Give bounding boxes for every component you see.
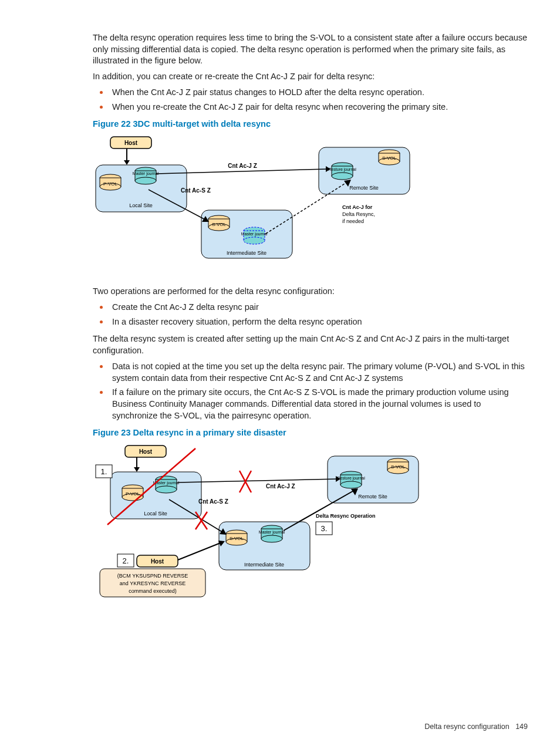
list-3: Data is not copied at the time you set u… [93, 360, 528, 421]
d22-acjz: Cnt Ac-J Z [228, 163, 257, 169]
d22-host: Host [124, 140, 138, 146]
d22-master2: Master journal [241, 232, 268, 237]
list-1-item-b: When you re-create the Cnt Ac-J Z pair f… [109, 101, 528, 113]
d22-remote: Remote Site [349, 185, 379, 191]
d22-local: Local Site [129, 202, 153, 208]
list-1: When the Cnt Ac-J Z pair status changes … [93, 86, 528, 113]
d23-master2: Master journal [259, 530, 285, 535]
d22-delta2: Delta Resync, [342, 211, 375, 217]
d23-acjz: Cnt Ac-J Z [266, 483, 295, 490]
list-2: Create the Cnt Ac-J Z delta resync pair … [93, 301, 528, 328]
figure-22-diagram: Host Local Site P-VOL Master journal Rem… [93, 134, 528, 275]
d22-restore: Restore journal [328, 167, 356, 172]
d23-remote: Remote Site [358, 494, 387, 499]
figure-22-caption: Figure 22 3DC multi-target with delta re… [93, 119, 528, 130]
d23-acsz: Cnt Ac-S Z [198, 498, 228, 505]
list-3-item-a: Data is not copied at the time you set u… [109, 360, 528, 384]
svg-line-49 [178, 479, 338, 482]
d23-n2: 2. [123, 556, 129, 565]
d22-svol: S-VOL [382, 156, 397, 161]
para-4: The delta resync system is created after… [93, 333, 528, 356]
svg-marker-9 [124, 160, 130, 165]
d22-delta3: if needed [342, 218, 364, 224]
d23-host2: Host [151, 558, 164, 565]
svg-marker-39 [134, 467, 140, 472]
svg-point-16 [332, 173, 353, 180]
d23-bcm2: and YKRESYNC REVERSE [120, 580, 185, 586]
d22-svol2: S-VOL [212, 222, 227, 227]
list-1-item-a: When the Cnt Ac-J Z pair status changes … [109, 86, 528, 99]
d22-delta1: Cnt Ac-J for [342, 204, 373, 210]
svg-point-23 [244, 237, 265, 244]
d22-pvol: P-VOL [103, 181, 118, 187]
d23-restore: Restore journal [337, 476, 365, 481]
figure-23-caption: Figure 23 Delta resync in a primary site… [93, 427, 528, 439]
list-3-item-b: If a failure on the primary site occurs,… [109, 386, 528, 421]
para-intro-1: The delta resync operation requires less… [93, 32, 528, 67]
svg-point-48 [340, 481, 362, 488]
d23-n3: 3. [321, 524, 328, 533]
d23-host: Host [139, 448, 153, 455]
svg-line-68 [178, 542, 222, 560]
d22-acsz: Cnt Ac-S Z [181, 187, 211, 194]
d23-bcm3: command executed) [129, 588, 177, 594]
d23-pvol: P-VOL [126, 491, 140, 497]
d23-intermediate: Intermediate Site [244, 562, 284, 568]
svg-point-7 [135, 177, 156, 184]
svg-point-37 [156, 486, 177, 493]
d23-svol2: S-VOL [230, 536, 244, 541]
d22-master: Master journal [133, 171, 159, 176]
list-2-item-a: Create the Cnt Ac-J Z delta resync pair [109, 301, 528, 313]
d23-local: Local Site [144, 511, 167, 517]
para-3: Two operations are performed for the del… [93, 286, 528, 298]
figure-23-diagram: Host Local Site P-VOL Master journal 1. … [93, 443, 528, 610]
d23-n1: 1. [101, 467, 107, 476]
svg-point-59 [261, 535, 282, 542]
para-intro-2: In addition, you can create or re-create… [93, 71, 528, 83]
d22-intermediate: Intermediate Site [227, 250, 266, 256]
d23-svol: S-VOL [391, 464, 406, 470]
d23-deltaop: Delta Resync Operation [316, 513, 376, 519]
d23-bcm1: (BCM YKSUSPND REVERSE [117, 573, 188, 579]
list-2-item-b: In a disaster recovery situation, perfor… [109, 316, 528, 328]
